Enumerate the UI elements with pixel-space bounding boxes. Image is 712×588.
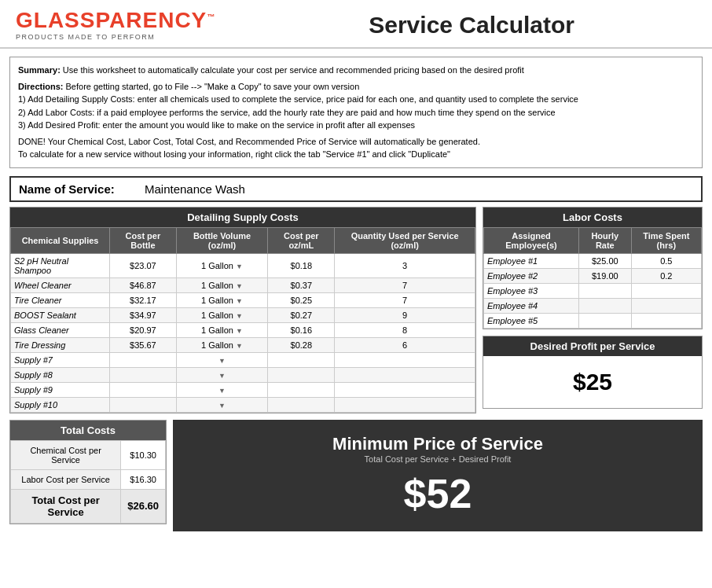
total-costs-title: Total Costs xyxy=(10,421,166,440)
supply-cost[interactable]: $20.97 xyxy=(110,322,177,337)
total-cost-label: Chemical Cost per Service xyxy=(11,440,121,469)
directions-text: Before getting started, go to File --> "… xyxy=(66,82,360,91)
labor-name: Employee #5 xyxy=(484,313,579,328)
labor-costs-section: Labor Costs Assigned Employee(s) Hourly … xyxy=(483,207,703,329)
volume-dropdown-icon[interactable]: ▼ xyxy=(236,342,243,350)
supply-row: Tire Cleaner $32.17 1 Gallon ▼ $0.25 7 xyxy=(11,292,475,307)
supply-cost xyxy=(110,352,177,367)
min-price-title: Minimum Price of Service xyxy=(332,434,543,454)
labor-time[interactable]: 0.2 xyxy=(631,268,701,283)
summary-label: Summary: xyxy=(18,65,61,75)
volume-dropdown-icon[interactable]: ▼ xyxy=(218,387,226,395)
supply-qty xyxy=(335,352,475,367)
supply-col-peroz: Cost per oz/mL xyxy=(268,227,335,253)
volume-dropdown-icon[interactable]: ▼ xyxy=(236,327,243,335)
labor-col-rate: Hourly Rate xyxy=(578,227,631,253)
supply-row: Wheel Cleaner $46.87 1 Gallon ▼ $0.37 7 xyxy=(11,277,475,292)
labor-name: Employee #4 xyxy=(484,298,579,313)
directions-label: Directions: xyxy=(18,82,63,91)
total-cost-value: $10.30 xyxy=(121,440,166,469)
labor-col-name: Assigned Employee(s) xyxy=(484,227,579,253)
step2-text: 2) Add Labor Costs: if a paid employee p… xyxy=(18,108,556,117)
supply-qty[interactable]: 9 xyxy=(335,307,475,322)
supply-volume[interactable]: 1 Gallon ▼ xyxy=(176,292,268,307)
labor-col-time: Time Spent (hrs) xyxy=(631,227,701,253)
done-text2: To calculate for a new service without l… xyxy=(18,149,450,159)
supply-qty[interactable]: 6 xyxy=(335,337,475,352)
labor-rate[interactable]: $25.00 xyxy=(578,253,631,268)
volume-dropdown-icon[interactable]: ▼ xyxy=(218,357,226,365)
volume-dropdown-icon[interactable]: ▼ xyxy=(218,402,226,410)
labor-rate xyxy=(578,313,631,328)
supply-cost[interactable]: $23.07 xyxy=(110,253,177,277)
total-costs-section: Total Costs Chemical Cost per Service $1… xyxy=(9,420,167,524)
supply-qty xyxy=(335,397,475,412)
supply-cost[interactable]: $35.67 xyxy=(110,337,177,352)
total-cost-row: Total Cost per Service $26.60 xyxy=(11,489,166,523)
volume-dropdown-icon[interactable]: ▼ xyxy=(236,282,243,290)
supply-col-volume: Bottle Volume (oz/ml) xyxy=(176,227,268,253)
supply-col-qty: Quantity Used per Service (oz/ml) xyxy=(335,227,475,253)
step2-line: 2) Add Labor Costs: if a paid employee p… xyxy=(18,106,694,119)
supply-qty[interactable]: 3 xyxy=(335,253,475,277)
supply-peroz xyxy=(268,352,335,367)
supply-volume[interactable]: 1 Gallon ▼ xyxy=(176,337,268,352)
supply-qty[interactable]: 7 xyxy=(335,292,475,307)
supply-volume[interactable]: 1 Gallon ▼ xyxy=(176,253,268,277)
supply-peroz: $0.27 xyxy=(268,307,335,322)
supply-name: Tire Dressing xyxy=(11,337,110,352)
logo-text: GLASSPARENCY™ xyxy=(16,9,215,31)
labor-name: Employee #1 xyxy=(484,253,579,268)
labor-time xyxy=(631,283,701,298)
supply-cost xyxy=(110,367,177,382)
supply-qty[interactable]: 8 xyxy=(335,322,475,337)
total-cost-value: $16.30 xyxy=(121,469,166,489)
supply-cost[interactable]: $46.87 xyxy=(110,277,177,292)
summary-box: Summary: Use this worksheet to automatic… xyxy=(9,57,703,168)
supply-name: Supply #10 xyxy=(11,397,110,412)
supply-row: Supply #8 ▼ xyxy=(11,367,475,382)
volume-dropdown-icon[interactable]: ▼ xyxy=(236,263,243,270)
logo-area: GLASSPARENCY™ PRODUCTS MADE TO PERFORM xyxy=(16,9,215,41)
supply-cost[interactable]: $34.97 xyxy=(110,307,177,322)
volume-dropdown-icon[interactable]: ▼ xyxy=(218,372,226,380)
done-line2: To calculate for a new service without l… xyxy=(18,148,694,161)
supply-costs-title: Detailing Supply Costs xyxy=(10,208,475,227)
volume-dropdown-icon[interactable]: ▼ xyxy=(236,297,243,305)
service-name-value[interactable]: Maintenance Wash xyxy=(145,182,693,196)
supply-cost[interactable]: $32.17 xyxy=(110,292,177,307)
min-price-subtitle: Total Cost per Service + Desired Profit xyxy=(365,454,512,464)
supply-name: Glass Cleaner xyxy=(11,322,110,337)
supply-volume[interactable]: 1 Gallon ▼ xyxy=(176,277,268,292)
volume-dropdown-icon[interactable]: ▼ xyxy=(236,312,243,320)
desired-profit-section: Desired Profit per Service $25 xyxy=(483,336,703,409)
supply-name: BOOST Sealant xyxy=(11,307,110,322)
logo-sub: PRODUCTS MADE TO PERFORM xyxy=(16,33,215,41)
labor-row: Employee #1 $25.00 0.5 xyxy=(484,253,702,268)
supply-peroz xyxy=(268,397,335,412)
supply-name: Tire Cleaner xyxy=(11,292,110,307)
supply-volume[interactable]: 1 Gallon ▼ xyxy=(176,322,268,337)
labor-name: Employee #2 xyxy=(484,268,579,283)
supply-volume[interactable]: 1 Gallon ▼ xyxy=(176,307,268,322)
supply-cost xyxy=(110,382,177,397)
labor-rate[interactable]: $19.00 xyxy=(578,268,631,283)
supply-volume: ▼ xyxy=(176,397,268,412)
supply-qty[interactable]: 7 xyxy=(335,277,475,292)
header: GLASSPARENCY™ PRODUCTS MADE TO PERFORM S… xyxy=(0,0,712,49)
supply-costs-table: Chemical Supplies Cost per Bottle Bottle… xyxy=(10,227,475,413)
labor-section: Labor Costs Assigned Employee(s) Hourly … xyxy=(483,207,703,413)
supply-name: Supply #9 xyxy=(11,382,110,397)
supply-row: Supply #9 ▼ xyxy=(11,382,475,397)
labor-time[interactable]: 0.5 xyxy=(631,253,701,268)
supply-volume: ▼ xyxy=(176,352,268,367)
labor-costs-table: Assigned Employee(s) Hourly Rate Time Sp… xyxy=(483,227,702,329)
supply-name: Supply #7 xyxy=(11,352,110,367)
supply-peroz: $0.18 xyxy=(268,253,335,277)
supply-row: Supply #7 ▼ xyxy=(11,352,475,367)
supply-qty xyxy=(335,367,475,382)
desired-profit-value[interactable]: $25 xyxy=(483,356,702,408)
supply-row: BOOST Sealant $34.97 1 Gallon ▼ $0.27 9 xyxy=(11,307,475,322)
supply-name: Supply #8 xyxy=(11,367,110,382)
supply-qty xyxy=(335,382,475,397)
